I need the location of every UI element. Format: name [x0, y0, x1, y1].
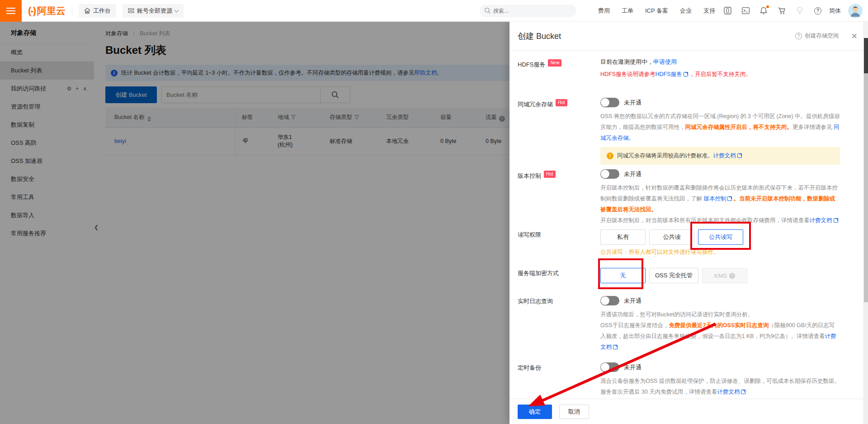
hdfs-apply-link[interactable]: 申请使用	[653, 58, 677, 65]
notifications-bell-icon[interactable]	[760, 7, 768, 15]
menu-enterprise[interactable]: 企业	[680, 7, 692, 15]
chevron-down-icon	[175, 8, 179, 12]
encryption-option-kms: KMS?	[702, 268, 747, 283]
acl-option-private[interactable]: 私有	[600, 229, 646, 245]
acl-option-public-read[interactable]: 公共读	[649, 229, 694, 245]
acl-warning-text: 公共读写：所有人都可以对文件进行读写操作。	[600, 248, 840, 256]
logging-status: 未开通	[624, 297, 642, 305]
hdfs-doc-link[interactable]: HDFS服务	[656, 71, 689, 77]
external-link-icon	[727, 196, 732, 201]
field-logging: 实时日志查询 未开通 开通该功能后，您可对Bucket的访问记录进行实时查询分析…	[509, 296, 863, 353]
kms-help-icon: ?	[729, 273, 735, 279]
field-encryption: 服务端加密方式 无 OSS 完全托管 KMS?	[509, 268, 863, 283]
encryption-option-oss-managed[interactable]: OSS 完全托管	[649, 268, 698, 283]
cloudshell-icon[interactable]	[741, 7, 750, 15]
aliyun-logo[interactable]: (-) 阿里云	[28, 5, 66, 17]
acl-option-public-read-write[interactable]: 公共读写	[698, 229, 743, 245]
versioning-doc-link[interactable]: 版本控制	[703, 195, 733, 202]
navbar-menu: 费用 工单 ICP 备案 企业 支持	[598, 7, 715, 15]
cancel-button[interactable]: 取消	[559, 405, 589, 419]
versioning-toggle[interactable]	[600, 169, 619, 179]
hdfs-note-red: HDFS服务说明请参考	[600, 71, 656, 77]
home-icon	[84, 8, 90, 14]
logging-toggle[interactable]	[600, 296, 619, 305]
zrs-toggle[interactable]	[600, 98, 619, 107]
hdfs-note-red2: ，开启后暂不支持关闭。	[689, 71, 752, 77]
confirm-button[interactable]: 确定	[518, 405, 552, 419]
hamburger-menu-icon[interactable]	[0, 0, 22, 22]
backup-billing-doc-link[interactable]: 计费文档	[717, 389, 747, 395]
zrs-billing-tip: ! 同城冗余存储将采用较高的计费标准。计费文档	[600, 147, 840, 165]
resources-icon	[128, 8, 134, 14]
dim-overlay	[0, 22, 509, 424]
help-icon: ?	[795, 33, 802, 39]
global-search	[480, 5, 576, 17]
logo-mark: (-)	[28, 5, 35, 17]
divider	[72, 7, 72, 15]
workspace-label: 工作台	[93, 7, 111, 15]
workspace-button[interactable]: 工作台	[79, 4, 116, 18]
field-label: 服务端加密方式	[518, 268, 600, 277]
backup-toggle[interactable]	[600, 362, 619, 372]
external-link-icon	[613, 345, 618, 349]
hot-badge: Hot	[556, 99, 567, 106]
logo-text: 阿里云	[37, 5, 66, 17]
create-bucket-drawer: 创建 Bucket ? 创建存储空间 × HDFS服务New 目前在邀测使用中，…	[509, 22, 868, 424]
hdfs-status-text: 目前在邀测使用中，	[600, 58, 653, 65]
hot-badge: Hot	[544, 171, 556, 178]
drawer-header: 创建 Bucket ? 创建存储空间 ×	[509, 22, 868, 51]
account-resources-dropdown[interactable]: 账号全部资源	[123, 4, 184, 18]
field-label: 定时备份	[518, 362, 600, 372]
field-zrs: 同城冗余存储Hot 未开通 OSS 将您的数据以冗余的方式存储在同一区域 (Re…	[509, 98, 863, 165]
field-label: 版本控制Hot	[518, 169, 600, 180]
field-acl: 读写权限 私有 公共读 公共读写 公共读写：所有人都可以对文件进行读写操作。	[509, 229, 863, 256]
help-icon[interactable]: ?	[814, 7, 822, 15]
search-icon	[484, 7, 491, 14]
account-resources-label: 账号全部资源	[137, 7, 172, 15]
cart-icon[interactable]	[778, 7, 786, 15]
vertical-scrollbar[interactable]	[863, 22, 868, 424]
field-label: HDFS服务New	[518, 58, 600, 69]
field-label: 读写权限	[518, 229, 600, 239]
versioning-description: 开启版本控制后，针对数据的覆盖和删除操作将会以历史版本的形式保存下来，若不开启版…	[600, 182, 840, 226]
global-search-input[interactable]	[480, 5, 576, 17]
versioning-status: 未开通	[624, 170, 642, 178]
encryption-option-none[interactable]: 无	[600, 268, 646, 283]
language-switch[interactable]: 简体	[829, 7, 841, 15]
external-link-icon	[684, 72, 688, 76]
backup-status: 未开通	[624, 363, 642, 372]
zrs-description: OSS 将您的数据以冗余的方式存储在同一区域 (Region) 的 3 个可用区…	[600, 111, 840, 143]
field-backup: 定时备份 未开通 混合云备份服务为OSS 提供数据处理保护，防止误修改、误删除，…	[509, 362, 863, 397]
external-link-icon	[834, 218, 838, 223]
create-storage-help-link[interactable]: ? 创建存储空间	[795, 32, 839, 40]
field-versioning: 版本控制Hot 未开通 开启版本控制后，针对数据的覆盖和删除操作将会以历史版本的…	[509, 169, 863, 226]
warning-icon: !	[607, 152, 613, 159]
logging-description: 开通该功能后，您可对Bucket的访问记录进行实时查询分析。 OSS于日志服务深…	[600, 309, 840, 353]
versioning-billing-doc-link[interactable]: 计费文档	[810, 217, 840, 224]
menu-icp[interactable]: ICP 备案	[645, 7, 668, 15]
menu-billing[interactable]: 费用	[598, 7, 610, 15]
menu-support[interactable]: 支持	[703, 7, 715, 15]
close-icon[interactable]: ×	[851, 31, 857, 41]
drawer-title: 创建 Bucket	[518, 31, 795, 42]
new-badge: New	[548, 59, 561, 67]
drawer-footer: 确定 取消	[509, 399, 868, 424]
field-label: 实时日志查询	[518, 296, 600, 305]
menu-tickets[interactable]: 工单	[622, 7, 633, 15]
top-navbar: (-) 阿里云 工作台 账号全部资源 费用 工单 ICP 备案 企业 支持	[0, 0, 868, 22]
field-hdfs: HDFS服务New 目前在邀测使用中，申请使用 HDFS服务说明请参考HDFS服…	[509, 58, 863, 80]
backup-description: 混合云备份服务为OSS 提供数据处理保护，防止误修改、误删除，可低成本长期保存历…	[600, 376, 840, 397]
external-link-icon	[737, 153, 742, 158]
mobile-app-icon[interactable]	[723, 7, 731, 15]
zrs-status: 未开通	[624, 99, 642, 107]
drawer-body: HDFS服务New 目前在邀测使用中，申请使用 HDFS服务说明请参考HDFS服…	[509, 51, 863, 399]
navbar-icons: ?	[723, 7, 822, 15]
tips-bulb-icon[interactable]	[796, 7, 804, 15]
external-link-icon	[741, 390, 745, 394]
user-avatar[interactable]	[848, 4, 863, 18]
zrs-billing-doc-link[interactable]: 计费文档	[713, 152, 743, 159]
notification-dot	[766, 5, 769, 8]
field-label: 同城冗余存储Hot	[518, 98, 600, 109]
